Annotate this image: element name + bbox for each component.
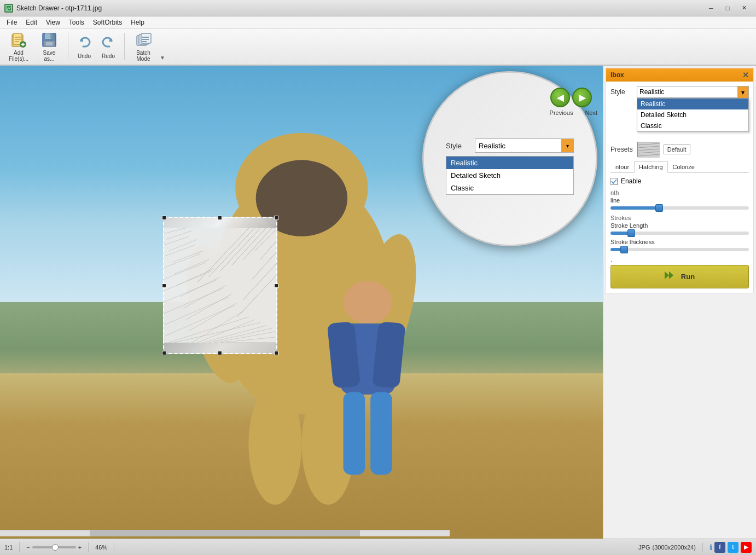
handle-br[interactable] [274,351,278,355]
handle-tl[interactable] [162,216,166,220]
info-icon: ℹ [710,543,712,552]
menu-edit[interactable]: Edit [21,18,42,27]
svg-rect-32 [344,392,365,475]
option-realistic[interactable]: Realistic [637,99,748,109]
menu-softorbits[interactable]: SoftOrbits [89,18,126,27]
batch-mode-button[interactable]: BatchMode [129,31,158,62]
style-row: Style Realistic ▾ Realistic Detailed Ske… [610,86,749,98]
stroke-length-label: Stroke Length [610,222,749,229]
next-label: Next [585,109,597,116]
next-icon: ▶ [579,92,585,103]
dropdown-item-detailed-sketch[interactable]: Detailed Sketch [446,169,573,182]
close-button[interactable]: ✕ [736,3,752,14]
statusbar: 1:1 − + 46% JPG (3000x2000x24) ℹ f t ▶ [0,539,756,555]
svg-rect-12 [46,42,53,45]
mag-style-dropdown[interactable]: Realistic Detailed Sketch Classic [446,156,574,195]
tab-hatching[interactable]: Hatching [634,161,667,173]
preset-preview[interactable] [637,142,659,157]
handle-ml[interactable] [162,284,166,288]
handle-bl[interactable] [162,351,166,355]
selection-rectangle[interactable] [163,217,277,354]
zoom-slider-thumb[interactable] [52,544,59,551]
add-files-label: AddFile(s)... [9,50,28,62]
zoom-ratio: 1:1 [4,544,13,551]
run-button[interactable]: Run [610,265,749,288]
menu-tools[interactable]: Tools [65,18,89,27]
menu-help[interactable]: Help [126,18,149,27]
facebook-icon[interactable]: f [714,542,725,553]
stroke-length-thumb[interactable] [627,229,635,237]
run-label: Run [681,273,695,281]
undo-button[interactable]: Undo [73,31,96,62]
zoom-plus-icon[interactable]: + [78,544,82,551]
zoom-minus-icon[interactable]: − [26,544,30,551]
right-panel: lbox ✕ Style Realistic ▾ Realistic [603,66,756,539]
style-select-container: Realistic ▾ Realistic Detailed Sketch Cl… [637,86,749,98]
save-as-label: Saveas... [43,50,56,62]
maximize-button[interactable]: □ [720,3,735,14]
mag-style-value: Realistic [479,142,505,150]
handle-tr[interactable] [274,216,278,220]
toolbox-header: lbox ✕ [606,68,753,82]
stroke-thickness-track[interactable] [610,248,749,251]
stroke-thickness-thumb[interactable] [620,246,628,253]
tab-colorize[interactable]: Colorize [668,161,700,172]
mag-select-arrow-icon: ▾ [561,139,573,152]
mag-style-row: Style Realistic ▾ [446,138,574,153]
handle-tm[interactable] [218,216,222,220]
zoom-indicator: 1:1 [4,544,13,551]
file-dimensions: (3000x2000x24) [652,544,696,551]
svg-rect-10 [50,33,53,38]
option-detailed-sketch[interactable]: Detailed Sketch [637,109,748,120]
add-files-icon [10,31,27,49]
presets-label: Presets [610,146,633,153]
handle-mr[interactable] [274,284,278,288]
undo-icon [75,34,93,52]
mag-style-select[interactable]: Realistic ▾ [475,138,574,153]
svg-rect-18 [142,37,149,38]
zoom-slider-track[interactable] [32,546,76,548]
file-info: JPG (3000x2000x24) [638,544,696,551]
canvas-wrapper[interactable]: Style Realistic ▾ Realistic Detailed Ske… [0,66,603,539]
add-files-button[interactable]: AddFile(s)... [4,31,33,62]
statusbar-div-2 [88,542,89,552]
toolbar: AddFile(s)... Saveas... Un [0,28,756,66]
default-label[interactable]: Default [664,144,690,154]
app-icon [4,4,13,13]
next-button[interactable]: ▶ [572,88,592,107]
depth-section: nth line [610,189,749,211]
dropdown-item-classic[interactable]: Classic [446,182,573,194]
style-selected-value: Realistic [639,88,664,96]
option-classic[interactable]: Classic [637,120,748,131]
toolbox-close-button[interactable]: ✕ [742,71,749,79]
stroke-length-track[interactable] [610,232,749,235]
window-title: Sketch Drawer - otp-1711.jpg [16,4,102,12]
save-as-button[interactable]: Saveas... [35,31,63,62]
previous-button[interactable]: ◀ [550,88,570,107]
horizontal-scrollbar[interactable] [0,530,450,536]
zoom-control[interactable]: − + [26,544,82,551]
style-label: Style [610,88,632,96]
style-dropdown[interactable]: Realistic Detailed Sketch Classic [637,98,749,132]
toolbox-title: lbox [610,71,624,79]
youtube-icon[interactable]: ▶ [741,542,752,553]
dropdown-item-realistic[interactable]: Realistic [446,157,573,169]
zoom-percent: 46% [95,544,107,551]
style-select-display[interactable]: Realistic ▾ [637,86,749,98]
statusbar-div-1 [19,542,20,552]
undo-redo-group: Undo Redo [73,31,120,62]
svg-marker-80 [669,271,673,279]
svg-point-28 [344,281,392,323]
line-slider-thumb[interactable] [655,204,663,212]
twitter-icon[interactable]: t [728,542,738,553]
redo-button[interactable]: Redo [97,31,120,62]
menu-file[interactable]: File [2,18,21,27]
handle-bm[interactable] [218,351,222,355]
menu-view[interactable]: View [42,18,65,27]
tab-contour[interactable]: ntour [610,161,634,172]
minimize-button[interactable]: ─ [703,3,719,14]
line-slider-track[interactable] [610,206,749,210]
enable-checkbox[interactable] [610,178,618,185]
style-dropdown-arrow-icon: ▾ [737,86,748,99]
scrollbar-thumb[interactable] [90,530,359,536]
